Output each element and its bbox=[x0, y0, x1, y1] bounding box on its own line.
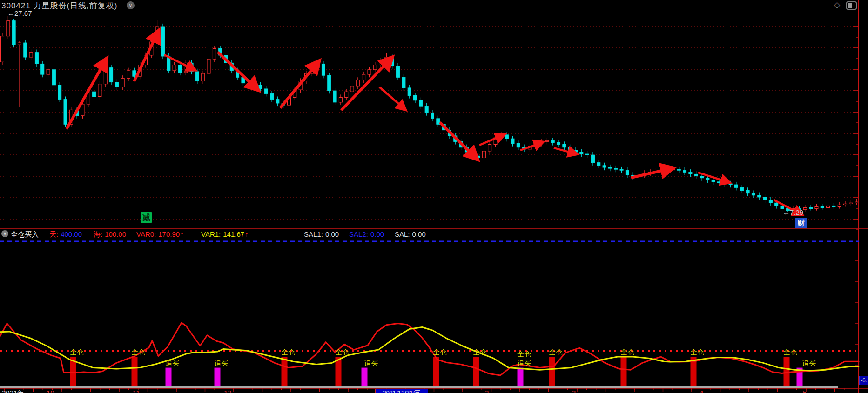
x-axis-label: 11 bbox=[133, 389, 140, 393]
signal-label-full-buy: 全仓 bbox=[67, 348, 87, 357]
x-axis-label: 3 bbox=[572, 389, 576, 393]
chevron-down-icon[interactable]: ∨ bbox=[127, 1, 135, 9]
field-value: 170.90 bbox=[158, 230, 180, 238]
field-label: 天: bbox=[49, 230, 58, 238]
signal-label-full-buy: 全仓 bbox=[128, 348, 148, 357]
signal-label-chase-buy: 全仓 bbox=[514, 350, 534, 359]
cursor-date-box: 2021/12/31/五 bbox=[375, 389, 428, 393]
field-label: 海: bbox=[94, 230, 102, 238]
field-label: SAL1: bbox=[304, 230, 323, 238]
main-gridlines bbox=[0, 27, 859, 219]
indicator-chevron-icon[interactable]: ∨ bbox=[1, 230, 8, 237]
indicator-field-SAL2: SAL2:0.00 bbox=[349, 230, 384, 238]
candlestick-series bbox=[1, 16, 859, 213]
indicator-field-SAL: SAL:0.00 bbox=[395, 230, 426, 238]
signal-label-full-buy: 全仓 bbox=[780, 348, 801, 357]
x-axis-label: 2021年 bbox=[2, 389, 24, 393]
signal-label-chase-buy: 追买 bbox=[211, 359, 231, 368]
field-value: 0.00 bbox=[370, 230, 384, 238]
indicator-name[interactable]: 全仓买入 bbox=[11, 230, 39, 239]
reduce-badge: 减 bbox=[141, 212, 152, 223]
cai-badge: 财 bbox=[795, 218, 807, 228]
main-chart-area[interactable] bbox=[0, 0, 868, 393]
signal-label-full-buy: 全仓 bbox=[430, 348, 450, 357]
layout-panel-icon-fill bbox=[848, 3, 852, 8]
field-label: SAL: bbox=[395, 230, 410, 238]
signal-label-chase-buy: 追买 bbox=[514, 359, 534, 368]
frame-lines bbox=[0, 0, 868, 393]
indicator-field-天: 天:400.00 bbox=[49, 230, 82, 239]
x-axis-label: 10 bbox=[47, 389, 54, 393]
signal-label-full-buy: 全仓 bbox=[332, 348, 352, 357]
x-axis-label: 2 bbox=[485, 389, 489, 393]
diamond-icon[interactable]: ◇ bbox=[834, 0, 840, 10]
indicator-field-VAR1: VAR1:141.67↑ bbox=[201, 230, 249, 238]
up-arrow-icon: ↑ bbox=[180, 230, 184, 238]
field-value: 0.00 bbox=[412, 230, 426, 238]
field-value: 400.00 bbox=[61, 230, 82, 238]
indicator-field-VAR0: VAR0:170.90↑ bbox=[136, 230, 184, 238]
field-value: 0.00 bbox=[325, 230, 339, 238]
field-label: SAL2: bbox=[349, 230, 368, 238]
field-value: 100.00 bbox=[105, 230, 126, 238]
signal-label-chase-buy: 追买 bbox=[162, 359, 182, 368]
scrollbar[interactable] bbox=[0, 386, 838, 388]
trend-arrows bbox=[67, 32, 801, 214]
up-arrow-icon: ↑ bbox=[245, 230, 249, 238]
x-axis-ticks bbox=[5, 388, 854, 392]
x-axis-label: 4 bbox=[700, 389, 703, 393]
signal-label-full-buy: 全仓 bbox=[470, 348, 490, 357]
field-label: VAR1: bbox=[201, 230, 221, 238]
indicator-header: ∨ 全仓买入 天:400.00海:100.00VAR0:170.90↑VAR1:… bbox=[0, 229, 868, 239]
chart-canvas[interactable] bbox=[0, 0, 868, 393]
x-axis-label: 12 bbox=[224, 389, 232, 393]
indicator-field-SAL1: SAL1:0.00 bbox=[304, 230, 339, 238]
indicator-field-海: 海:100.00 bbox=[94, 230, 126, 239]
signal-label-full-buy: 全仓 bbox=[545, 348, 566, 357]
x-axis-label: 5 bbox=[803, 389, 807, 393]
field-value: 141.67 bbox=[223, 230, 244, 238]
signal-label-chase-buy: 追买 bbox=[799, 359, 819, 368]
signal-label-full-buy: 全仓 bbox=[687, 348, 707, 357]
right-edge-value: -6. bbox=[859, 376, 868, 385]
field-label: VAR0: bbox=[136, 230, 156, 238]
right-axis-ticks bbox=[853, 27, 859, 365]
signal-label-full-buy: 全仓 bbox=[278, 348, 298, 357]
signal-label-full-buy: 全仓 bbox=[617, 348, 638, 357]
signal-label-chase-buy: 追买 bbox=[361, 359, 381, 368]
low-price-annotation: ←7.29 bbox=[783, 208, 803, 216]
layout-panel-icon[interactable] bbox=[846, 1, 857, 10]
high-price-annotation: ←27.67 bbox=[7, 9, 32, 17]
trading-app-window: { "window_title": "300421 力星股份(日线,前复权)",… bbox=[0, 0, 868, 393]
indicator-threshold-lines bbox=[0, 241, 859, 351]
